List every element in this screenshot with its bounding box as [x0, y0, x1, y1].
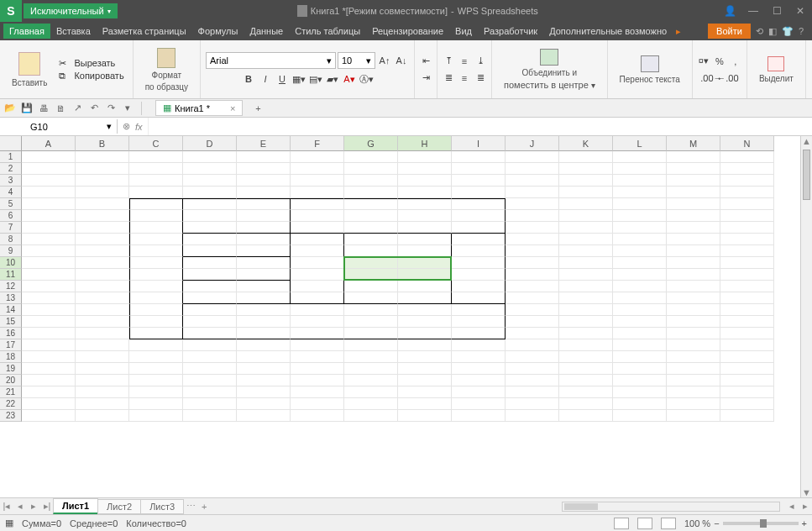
decrease-font-icon[interactable]: A↓ [394, 53, 409, 68]
row-header-12[interactable]: 12 [0, 281, 22, 292]
clear-format-button[interactable]: Ⓐ▾ [359, 71, 374, 87]
format-painter-button[interactable]: Формат по образцу [140, 46, 193, 93]
col-header-M[interactable]: M [667, 136, 720, 151]
select-all-corner[interactable] [0, 136, 22, 151]
name-box[interactable]: G10▾ [25, 119, 118, 134]
copy-button[interactable]: ⧉Копировать [57, 70, 125, 81]
paste-button[interactable]: Вставить [7, 50, 52, 89]
sheet-nav-next-icon[interactable]: ▸ [27, 501, 40, 512]
row-header-3[interactable]: 3 [0, 175, 22, 187]
zoom-in-icon[interactable]: + [802, 518, 807, 528]
redo-icon[interactable]: ↷ [104, 102, 118, 115]
hscroll-left-icon[interactable]: ◂ [785, 501, 799, 512]
new-doc-tab-icon[interactable]: + [251, 102, 265, 115]
fx-icon[interactable]: fx [135, 122, 143, 132]
fill-color-button[interactable]: ▰▾ [325, 71, 340, 87]
row-header-23[interactable]: 23 [0, 410, 22, 422]
hscroll-right-icon[interactable]: ▸ [799, 501, 812, 512]
increase-indent-icon[interactable]: ⇥ [418, 71, 433, 86]
new-sheet-icon[interactable]: + [197, 502, 211, 512]
col-header-E[interactable]: E [237, 136, 291, 151]
zoom-out-icon[interactable]: − [714, 518, 719, 528]
merge-center-button[interactable]: Объединить и поместить в центре ▾ [499, 47, 600, 92]
minimize-button[interactable]: — [741, 0, 765, 22]
tabs-overflow-icon[interactable]: ▸ [676, 26, 681, 37]
row-header-19[interactable]: 19 [0, 363, 22, 375]
vertical-scrollbar[interactable]: ▲ ▼ [800, 136, 812, 497]
percent-icon[interactable]: % [712, 54, 727, 69]
formula-input[interactable] [148, 118, 812, 135]
maximize-button[interactable]: ☐ [765, 0, 788, 22]
tab-developer[interactable]: Разработчик [478, 24, 543, 39]
col-header-F[interactable]: F [291, 136, 344, 151]
document-tab[interactable]: ▦ Книга1 * × [155, 100, 243, 116]
zoom-slider[interactable] [723, 522, 799, 525]
tab-more[interactable]: Дополнительные возможно [543, 24, 673, 39]
col-header-J[interactable]: J [506, 136, 559, 151]
align-top-icon[interactable]: ⤒ [441, 54, 456, 69]
help-icon[interactable]: ? [799, 26, 804, 37]
sheet-nav-first-icon[interactable]: |◂ [0, 501, 13, 512]
col-header-N[interactable]: N [720, 136, 774, 151]
sheet-nav-prev-icon[interactable]: ◂ [13, 501, 27, 512]
sheet-tab-3[interactable]: Лист3 [140, 499, 184, 514]
cell-styles-button[interactable]: ▤▾ [308, 71, 323, 87]
row-header-22[interactable]: 22 [0, 398, 22, 410]
row-header-10[interactable]: 10 [0, 257, 22, 269]
row-header-13[interactable]: 13 [0, 292, 22, 304]
view-normal-icon[interactable] [614, 518, 629, 529]
login-button[interactable]: Войти [708, 24, 751, 39]
italic-button[interactable]: I [258, 71, 273, 87]
cut-button[interactable]: ✂Вырезать [57, 57, 125, 69]
close-button[interactable]: ✕ [788, 0, 812, 22]
col-header-K[interactable]: K [559, 136, 613, 151]
open-icon[interactable]: 📂 [3, 102, 17, 115]
doc-tab-close-icon[interactable]: × [230, 103, 235, 113]
undo-icon[interactable]: ⟲ [756, 26, 763, 37]
row-header-17[interactable]: 17 [0, 339, 22, 351]
sheet-tab-2[interactable]: Лист2 [97, 499, 141, 514]
increase-font-icon[interactable]: A↑ [377, 53, 392, 68]
align-left-icon[interactable]: ≣ [441, 71, 456, 86]
col-header-A[interactable]: A [22, 136, 76, 151]
decrease-decimal-icon[interactable]: ←.00 [720, 71, 735, 86]
tab-formulas[interactable]: Формулы [192, 24, 244, 39]
cells-grid[interactable] [22, 151, 774, 422]
col-header-D[interactable]: D [183, 136, 237, 151]
print-preview-icon[interactable]: 🗎 [54, 102, 67, 115]
row-header-20[interactable]: 20 [0, 375, 22, 386]
vertical-scroll-thumb[interactable] [803, 150, 810, 200]
mode-dropdown[interactable]: Исключительный [24, 3, 118, 18]
print-icon[interactable]: 🖶 [37, 102, 50, 115]
tab-home[interactable]: Главная [3, 24, 50, 39]
row-header-16[interactable]: 16 [0, 328, 22, 339]
tab-page-layout[interactable]: Разметка страницы [97, 24, 192, 39]
row-header-15[interactable]: 15 [0, 316, 22, 328]
horizontal-scroll-thumb[interactable] [564, 503, 598, 510]
align-bottom-icon[interactable]: ⤓ [473, 54, 488, 69]
row-header-2[interactable]: 2 [0, 163, 22, 175]
sheet-tabs-more-icon[interactable]: ⋯ [184, 501, 197, 512]
col-header-H[interactable]: H [398, 136, 452, 151]
tab-insert[interactable]: Вставка [50, 24, 97, 39]
select-all-button[interactable]: Выделит [754, 55, 799, 85]
tab-table-style[interactable]: Стиль таблицы [289, 24, 366, 39]
row-header-14[interactable]: 14 [0, 304, 22, 316]
row-header-9[interactable]: 9 [0, 245, 22, 257]
row-header-5[interactable]: 5 [0, 198, 22, 210]
font-size-combo[interactable]: 10▾ [338, 52, 375, 69]
borders-button[interactable]: ▦▾ [291, 71, 306, 87]
col-header-I[interactable]: I [452, 136, 506, 151]
horizontal-scrollbar[interactable] [562, 502, 780, 512]
view-break-icon[interactable] [661, 518, 676, 529]
align-right-icon[interactable]: ≣ [473, 71, 488, 86]
row-header-8[interactable]: 8 [0, 234, 22, 245]
tab-data[interactable]: Данные [244, 24, 289, 39]
row-header-21[interactable]: 21 [0, 386, 22, 398]
bold-button[interactable]: B [241, 71, 256, 87]
font-name-combo[interactable]: Arial▾ [206, 52, 336, 69]
wrap-text-button[interactable]: Перенос текста [615, 54, 685, 86]
user-icon[interactable]: 👤 [718, 0, 741, 22]
row-header-4[interactable]: 4 [0, 187, 22, 198]
shirt-icon[interactable]: 👕 [782, 26, 794, 37]
